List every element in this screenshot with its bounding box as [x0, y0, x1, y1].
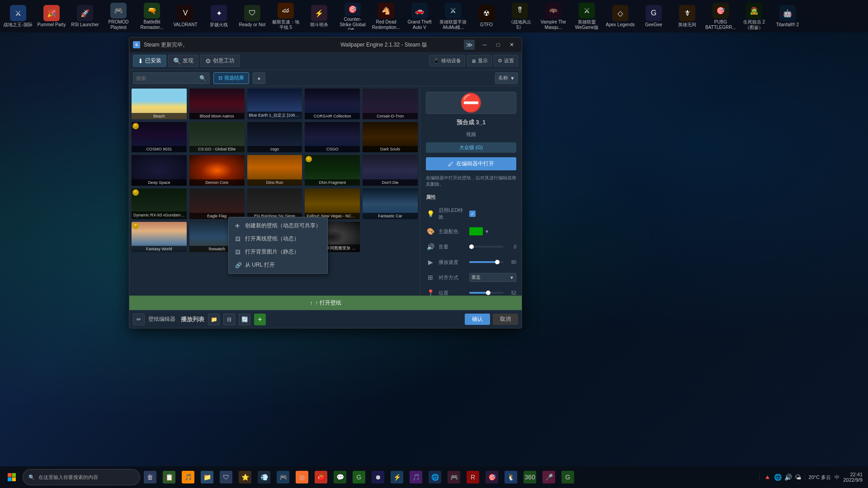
bottom-app-wechatapp[interactable]: 💬	[331, 468, 349, 486]
color-control[interactable]: ▼	[469, 227, 516, 235]
speed-slider-thumb[interactable]	[495, 260, 500, 264]
tab-installed[interactable]: ⬇已安装	[133, 55, 166, 67]
search-icon[interactable]: 🔍	[199, 75, 206, 81]
tab-discover[interactable]: 🔍发现	[168, 55, 198, 67]
grid-item-blueearth[interactable]: Blue Earth 1_自定义 [1080P]	[247, 88, 303, 120]
grid-item-cosmo[interactable]: COSMO 9031 🏆	[131, 122, 187, 153]
grid-item-csgo1[interactable]: CS:GO - Global Elite	[189, 122, 245, 153]
search-bar[interactable]: 🔍 在这里输入你要搜索的内容	[23, 469, 140, 485]
open-wallpaper-bar[interactable]: ↑ ↑ 打开壁纸	[129, 296, 522, 310]
position-control[interactable]: 52	[469, 291, 516, 296]
bottom-app-tencentqq[interactable]: 🐧	[502, 468, 520, 486]
grid-item-csgo2[interactable]: csgo	[247, 122, 303, 153]
taskbar-item-fallout[interactable]: 🎖 《战地风云 5》	[504, 1, 536, 32]
taskbar-item-wuyou[interactable]: 🗡 英雄无间	[671, 1, 703, 32]
bottom-app-flstudio[interactable]: 🎵	[179, 468, 197, 486]
taskbar-item-ready[interactable]: 🛡 Ready or Not	[236, 1, 269, 32]
volume-control[interactable]: 0	[469, 244, 516, 249]
bottom-app-rockstar[interactable]: ⭐	[236, 468, 254, 486]
grid-item-corsairtron[interactable]: Corsair-D-Tron	[362, 88, 418, 120]
grid-item-csgo3[interactable]: CSGO	[304, 122, 360, 153]
bottom-app-huishouzhan[interactable]: 🗑	[141, 468, 159, 486]
bottom-app-sex[interactable]: 🎮	[445, 468, 463, 486]
close-button[interactable]: ✕	[505, 40, 518, 50]
bottom-app-biyao[interactable]: 📋	[160, 468, 178, 486]
bottom-app-huanqiu[interactable]: 🍅	[312, 468, 330, 486]
cancel-button[interactable]: 取消	[493, 314, 518, 325]
filter-button[interactable]: ⊟ 筛选结果	[213, 72, 249, 84]
playlist-folder-button[interactable]: 📁	[208, 314, 220, 325]
sort-select[interactable]: 名称 ▼	[495, 72, 518, 84]
grid-item-ela[interactable]: Ela Rainbow Six Siege	[247, 188, 303, 220]
bottom-app-softwares[interactable]: 📁	[198, 468, 216, 486]
grid-item-eagle[interactable]: Eagle Flag	[189, 188, 245, 220]
grid-item-corsair[interactable]: CORSAIR Collection	[304, 88, 360, 120]
taskbar-item-league[interactable]: ⚔ 英雄联盟手游·MuMu模...	[437, 1, 469, 32]
display-button[interactable]: 🖥 显示	[467, 55, 492, 66]
open-editor-button[interactable]: 🖊 在编辑器中打开	[426, 157, 516, 170]
rating-button[interactable]: 大众级 (G)	[426, 142, 516, 153]
taskbar-item-zombie[interactable]: 🧟 生死狙击 2（图鉴）	[738, 1, 770, 32]
color-swatch[interactable]	[469, 227, 483, 235]
taskbar-item-rsi[interactable]: 🚀 RSI Launcher	[69, 1, 101, 32]
taskbar-item-geegee[interactable]: G GeeGee	[637, 1, 670, 32]
taskbar-item-battlebit[interactable]: 🔫 BattleBit Remaster...	[136, 1, 168, 32]
speed-slider-track[interactable]	[469, 261, 504, 263]
tray-volume-icon[interactable]: 🔊	[784, 474, 792, 481]
taskbar-item-pummel[interactable]: 🎉 Pummel Party	[35, 1, 68, 32]
led-checkbox[interactable]: ✓	[469, 211, 476, 217]
context-item[interactable]: 🖼打开背景图片（静态）	[229, 245, 327, 258]
volume-slider-thumb[interactable]	[469, 244, 474, 249]
tray-network-icon[interactable]: 🌐	[774, 474, 782, 481]
grid-item-bloodmoon[interactable]: Blood Moon Aatrox	[189, 88, 245, 120]
bottom-app-wegame[interactable]: 🎮	[274, 468, 292, 486]
bottom-app-geforce[interactable]: G	[350, 468, 368, 486]
taskbar-item-gtfo[interactable]: ☢ GTFO	[470, 1, 503, 32]
grid-item-deepspace[interactable]: Deep Space	[131, 155, 187, 186]
grid-item-beach[interactable]: Beach	[131, 88, 187, 120]
grid-item-fallout[interactable]: Fallout: New Vegas - NCR Ranger CLASSIC	[304, 188, 360, 220]
grid-item-dinorun[interactable]: Dino Run	[247, 155, 303, 186]
context-item[interactable]: 🔗从 URL 打开	[229, 258, 327, 272]
bottom-app-riot[interactable]: R	[464, 468, 482, 486]
bottom-app-quanmin[interactable]: 🎤	[540, 468, 558, 486]
bottom-app-security[interactable]: 🛡	[217, 468, 235, 486]
settings-button[interactable]: ⚙ 设置	[494, 55, 518, 66]
taskbar-item-promod[interactable]: 🎮 PROMOD Playtest	[102, 1, 135, 32]
playlist-add-button[interactable]: +	[254, 314, 266, 325]
taskbar-item-meng[interactable]: ⚡ 萌斗明杀	[303, 1, 335, 32]
align-select[interactable]: 覆盖 ▼	[469, 273, 516, 282]
wallpaper-editor-button[interactable]: ✏	[133, 314, 145, 325]
bottom-app-yuansu[interactable]: 🌐	[426, 468, 444, 486]
tray-expand-icon[interactable]: 🔺	[764, 474, 771, 481]
search-input[interactable]	[136, 75, 199, 81]
align-control[interactable]: 覆盖 ▼	[469, 273, 516, 282]
taskbar-item-reddead[interactable]: 🐴 Red Dead Redemption...	[370, 1, 402, 32]
grid-item-fantastic[interactable]: Fantastic Car	[362, 188, 418, 220]
color-dropdown-icon[interactable]: ▼	[485, 229, 489, 234]
grid-item-dontdie[interactable]: Don't Die	[362, 155, 418, 186]
bottom-app-uuacc[interactable]: ⚡	[388, 468, 406, 486]
restore-button[interactable]: □	[492, 40, 505, 50]
bottom-app-bs5[interactable]: 🎯	[483, 468, 501, 486]
taskbar-item-apex[interactable]: ◇ Apex Legends	[604, 1, 637, 32]
mobile-button[interactable]: 📱 移动设备	[429, 55, 465, 66]
bottom-app-360[interactable]: 360	[521, 468, 539, 486]
bottom-app-steam[interactable]: 💨	[255, 468, 273, 486]
grid-item-demoncore[interactable]: Demon Core	[189, 155, 245, 186]
context-item[interactable]: ✚创建新的壁纸（动态目可共享）	[229, 219, 327, 232]
volume-slider-track[interactable]	[469, 246, 504, 248]
search-wrap[interactable]: 🔍	[133, 72, 210, 84]
taskbar-item-kingdom[interactable]: ⚔ 战地之王-国际	[2, 1, 34, 32]
tab-workshop[interactable]: ⚙创意工坊	[200, 55, 240, 67]
speed-control[interactable]: 80	[469, 260, 516, 265]
bottom-app-logitech[interactable]: G	[559, 468, 577, 486]
position-slider-thumb[interactable]	[486, 291, 491, 295]
playlist-option2-button[interactable]: 🔄	[239, 314, 250, 325]
taskbar-item-wechat[interactable]: ⚔ 英雄联盟 WeGame版	[571, 1, 603, 32]
taskbar-item-counterstrike[interactable]: 🎯 Counter-Strike Global Off...	[336, 1, 369, 32]
led-control[interactable]: ✓	[469, 211, 516, 217]
position-slider-track[interactable]	[469, 292, 504, 294]
grid-item-darksouls[interactable]: Dark Souls	[362, 122, 418, 153]
bottom-app-obs[interactable]: ⏺	[369, 468, 387, 486]
